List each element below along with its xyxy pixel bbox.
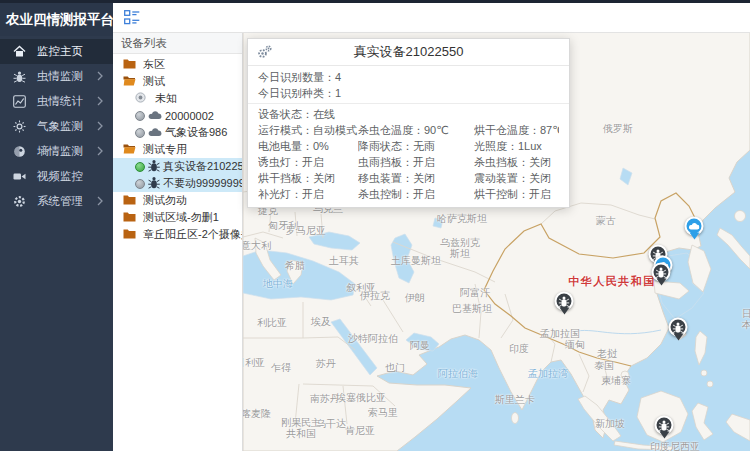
top-strip	[0, 0, 750, 3]
sidebar-item-label: 墒情监测	[37, 144, 83, 159]
sidebar-item-label: 虫情监测	[37, 69, 83, 84]
chevron-right-icon	[97, 146, 103, 156]
folder-open-icon	[123, 143, 136, 156]
folder-closed-icon	[123, 58, 136, 71]
folder-closed-icon	[123, 194, 136, 207]
app-title: 农业四情测报平台	[0, 0, 113, 36]
tree-item-label: 真实设备21022550	[163, 159, 242, 174]
insect-device-marker[interactable]	[669, 318, 688, 337]
device-param: 烘干仓温度：87℃	[474, 122, 559, 138]
tree-item-label: 东区	[143, 57, 165, 72]
device-status-value: 在线	[313, 108, 335, 120]
device-param: 移虫装置：关闭	[358, 170, 474, 186]
tree-view-toggle-icon[interactable]	[124, 10, 140, 25]
sidebar-item-system-admin[interactable]: 系统管理	[0, 189, 113, 214]
tree-item[interactable]: 东区	[113, 56, 242, 73]
tree-item[interactable]: 真实设备21022550	[113, 158, 242, 175]
device-param: 诱虫灯：开启	[258, 154, 358, 170]
settings-gears-icon[interactable]	[257, 45, 272, 59]
tree-item[interactable]: 测试专用	[113, 141, 242, 158]
insect-device-marker[interactable]	[655, 416, 674, 435]
tree-item[interactable]: 气象设备986	[113, 124, 242, 141]
device-info-popup: 真实设备21022550 今日识别数量：4 今日识别种类：1 设备状态：在线 运…	[247, 38, 570, 208]
sidebar-item-label: 虫情统计	[37, 94, 83, 109]
chart-icon	[13, 95, 26, 108]
tree-item-label: 气象设备986	[165, 125, 227, 140]
recognition-type-row: 今日识别种类：1	[248, 85, 569, 101]
sidebar-item-monitor-home[interactable]: 监控主页	[0, 39, 113, 64]
device-tree: 东区	[113, 54, 242, 243]
tree-item-label: 测试区域-勿删1	[143, 210, 219, 225]
divider	[248, 103, 569, 104]
weather-device-marker[interactable]	[685, 217, 704, 236]
tree-item-label: 不要动99999999	[163, 176, 242, 191]
bug-icon	[673, 321, 684, 333]
chevron-right-icon	[97, 121, 103, 131]
status-dot	[135, 111, 145, 121]
popup-body: 今日识别数量：4 今日识别种类：1 设备状态：在线 运行模式：自动模式 杀虫仓温…	[248, 66, 569, 207]
bug-device-icon	[148, 159, 160, 174]
tree-item-label: 20000002	[165, 110, 214, 122]
sun-icon	[13, 120, 26, 133]
chevron-right-icon	[97, 96, 103, 106]
tree-item[interactable]: 章丘阳丘区-2个摄像头	[113, 226, 242, 243]
device-params-grid: 运行模式：自动模式 杀虫仓温度：90℃ 烘干仓温度：87℃ 电池电量：0% 降雨…	[248, 122, 569, 202]
tree-item-label: 未知	[155, 91, 177, 106]
sidebar-item-label: 视频监控	[37, 169, 83, 184]
cloud-device-icon	[148, 110, 162, 122]
sidebar-item-label: 监控主页	[37, 44, 83, 59]
gear-icon	[13, 195, 26, 208]
sidebar-item-insect-stats[interactable]: 虫情统计	[0, 89, 113, 114]
recognition-type-value: 1	[335, 87, 341, 99]
tree-item[interactable]: 测试	[113, 73, 242, 90]
tree-item-label: 测试勿动	[143, 193, 187, 208]
device-status-row: 设备状态：在线	[248, 106, 569, 122]
bug-icon	[13, 70, 26, 83]
device-param: 降雨状态：无雨	[358, 138, 474, 154]
chevron-right-icon	[97, 196, 103, 206]
sidebar-item-soil-monitor[interactable]: 墒情监测	[0, 139, 113, 164]
sidebar: 农业四情测报平台 监控主页 虫情监测 虫情统计	[0, 0, 113, 451]
device-list-panel: 设备列表	[113, 33, 243, 451]
app-window: 农业四情测报平台 监控主页 虫情监测 虫情统计	[0, 0, 750, 451]
status-dot	[135, 128, 145, 138]
recognition-count-value: 4	[335, 71, 341, 83]
bug-icon	[559, 295, 570, 307]
globe-icon	[13, 145, 26, 158]
insect-device-marker[interactable]	[555, 292, 574, 311]
device-param: 震动装置：关闭	[474, 170, 559, 186]
sidebar-item-insect-monitor[interactable]: 虫情监测	[0, 64, 113, 89]
bug-icon	[659, 419, 670, 431]
folder-open-icon	[123, 75, 136, 88]
tree-item[interactable]: 未知	[113, 90, 242, 107]
device-param: 杀虫挡板：关闭	[474, 154, 559, 170]
tree-item-label: 测试	[143, 74, 165, 89]
sidebar-item-weather-monitor[interactable]: 气象监测	[0, 114, 113, 139]
video-camera-icon	[13, 170, 26, 183]
sidebar-item-video-monitor[interactable]: 视频监控	[0, 164, 113, 189]
bug-icon	[656, 266, 667, 278]
unknown-device-icon	[135, 92, 146, 105]
device-param: 电池电量：0%	[258, 138, 358, 154]
sidebar-item-label: 系统管理	[37, 194, 83, 209]
folder-closed-icon	[123, 228, 136, 241]
device-param: 杀虫控制：开启	[358, 186, 474, 202]
chevron-right-icon	[97, 71, 103, 81]
tree-item[interactable]: 测试区域-勿删1	[113, 209, 242, 226]
folder-closed-icon	[123, 211, 136, 224]
tree-item[interactable]: 20000002	[113, 107, 242, 124]
sidebar-menu: 监控主页 虫情监测 虫情统计 气象监测	[0, 39, 113, 214]
popup-device-title: 真实设备21022550	[354, 43, 464, 61]
status-dot	[135, 179, 145, 189]
home-icon	[13, 45, 26, 58]
toolbar	[113, 3, 750, 33]
insect-device-marker[interactable]	[652, 263, 671, 282]
device-param: 虫雨挡板：开启	[358, 154, 474, 170]
recognition-count-row: 今日识别数量：4	[248, 69, 569, 85]
cloud-device-icon	[148, 127, 162, 139]
device-param: 烘干挡板：关闭	[258, 170, 358, 186]
popup-header: 真实设备21022550	[248, 39, 569, 66]
sidebar-item-label: 气象监测	[37, 119, 83, 134]
tree-item[interactable]: 测试勿动	[113, 192, 242, 209]
tree-item[interactable]: 不要动99999999	[113, 175, 242, 192]
